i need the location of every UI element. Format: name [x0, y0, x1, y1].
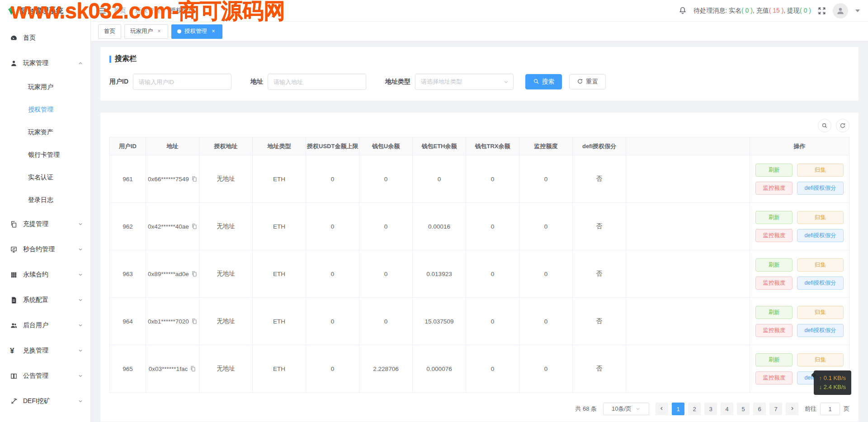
chevron-down-icon — [78, 373, 83, 379]
user-menu-caret-icon[interactable] — [855, 9, 860, 12]
action-button-归集[interactable]: 归集 — [797, 211, 843, 224]
sidebar-subitem-授权管理[interactable]: 授权管理 — [0, 98, 90, 121]
tab-首页[interactable]: 首页 — [98, 24, 121, 39]
action-button-defi授权假分[interactable]: defi授权假分 — [797, 277, 843, 290]
chevron-down-icon — [78, 272, 83, 277]
tab-授权管理[interactable]: 授权管理× — [171, 24, 222, 39]
breadcrumb-separator: / — [164, 7, 166, 14]
sidebar-item-公告管理[interactable]: 公告管理 — [0, 363, 90, 389]
book-icon — [10, 372, 18, 380]
reset-button[interactable]: 重置 — [569, 74, 606, 89]
tab-玩家用户[interactable]: 玩家用户× — [124, 24, 168, 39]
avatar[interactable] — [833, 3, 848, 19]
page-button-7[interactable]: 7 — [769, 403, 782, 415]
app-title: 后台管理系统 — [20, 6, 63, 16]
data-table: 用户ID地址授权地址地址类型授权USDT金额上限钱包U余额钱包ETH余额钱包TR… — [109, 137, 849, 393]
breadcrumb-item: 授权管理 — [170, 7, 195, 15]
breadcrumb-item[interactable]: 首页 — [113, 7, 126, 15]
action-button-defi授权假分[interactable]: defi授权假分 — [797, 229, 843, 242]
dashboard-icon — [10, 34, 18, 42]
sidebar-item-partial[interactable] — [0, 414, 90, 422]
address-type-select[interactable]: 请选择地址类型 — [415, 74, 514, 90]
row-actions: 刷新归集监控额度defi授权假分 — [752, 306, 847, 337]
breadcrumb-separator: / — [130, 7, 132, 14]
sidebar-subitem-label: 登录日志 — [28, 196, 53, 204]
chevron-down-icon — [78, 399, 83, 404]
copy-doc-icon[interactable] — [191, 318, 198, 324]
page-size-select[interactable]: 10条/页 — [603, 403, 649, 415]
prev-page-button[interactable] — [656, 403, 668, 415]
search-card: 搜索栏 用户ID地址地址类型请选择地址类型搜索重置 — [100, 47, 859, 101]
tab-close-icon[interactable]: × — [210, 28, 217, 35]
goto-page-input[interactable] — [820, 403, 840, 415]
sidebar-item-兑换管理[interactable]: ¥兑换管理 — [0, 338, 90, 363]
page-button-3[interactable]: 3 — [704, 403, 717, 415]
page-button-6[interactable]: 6 — [753, 403, 766, 415]
copy-doc-icon[interactable] — [190, 366, 196, 372]
sidebar-subitem-实名认证[interactable]: 实名认证 — [0, 166, 90, 189]
sidebar-subitem-登录日志[interactable]: 登录日志 — [0, 189, 90, 211]
cell-actions: 刷新归集监控额度defi授权假分 — [750, 298, 849, 345]
cell-filler — [626, 345, 750, 393]
bell-icon[interactable] — [678, 6, 687, 15]
sidebar-subitem-玩家用户[interactable]: 玩家用户 — [0, 76, 90, 98]
sidebar-subitem-玩家资产[interactable]: 玩家资产 — [0, 121, 90, 144]
topbar-right: 待处理消息: 实名( 0 ), 充值( 15 ), 提现( 0 ) — [678, 3, 860, 19]
page-button-4[interactable]: 4 — [721, 403, 733, 415]
sidebar-item-秒合约管理[interactable]: 秒合约管理 — [0, 237, 90, 262]
action-button-监控额度[interactable]: 监控额度 — [755, 371, 793, 384]
next-page-button[interactable] — [786, 403, 798, 415]
sidebar-item-后台用户[interactable]: 后台用户 — [0, 313, 90, 338]
cell-defi_auth: 否 — [573, 345, 626, 393]
sidebar-toggle-icon[interactable] — [98, 6, 107, 15]
fullscreen-icon[interactable] — [817, 6, 826, 15]
action-button-监控额度[interactable]: 监控额度 — [755, 182, 793, 195]
action-button-defi授权假分[interactable]: defi授权假分 — [797, 182, 843, 195]
cell-auth_address: 无地址 — [199, 203, 253, 250]
tab-close-icon[interactable]: × — [156, 28, 162, 35]
sidebar-subitem-银行卡管理[interactable]: 银行卡管理 — [0, 144, 90, 166]
sidebar-item-系统配置[interactable]: 系统配置 — [0, 287, 90, 313]
sidebar-item-永续合约[interactable]: 永续合约 — [0, 262, 90, 287]
page-button-1[interactable]: 1 — [672, 403, 684, 415]
cell-usdt_limit: 0 — [306, 203, 359, 250]
search-input-地址[interactable] — [268, 74, 366, 90]
breadcrumb-item[interactable]: 玩家管理 — [135, 7, 160, 15]
search-button-label: 搜索 — [542, 78, 554, 86]
cell-u_balance: 2.228706 — [359, 345, 413, 393]
refresh-table-button[interactable] — [836, 119, 849, 132]
action-button-刷新[interactable]: 刷新 — [755, 258, 793, 272]
copy-doc-icon[interactable] — [191, 223, 198, 230]
action-button-归集[interactable]: 归集 — [797, 258, 843, 272]
search-button[interactable]: 搜索 — [525, 74, 562, 89]
sidebar-item-玩家管理[interactable]: 玩家管理 — [0, 51, 90, 76]
copy-doc-icon[interactable] — [191, 176, 198, 182]
page-size-label: 10条/页 — [612, 405, 632, 413]
search-input-用户ID[interactable] — [133, 74, 231, 90]
action-button-归集[interactable]: 归集 — [797, 353, 843, 366]
sidebar-item-label: 首页 — [23, 34, 36, 42]
page-button-2[interactable]: 2 — [688, 403, 701, 415]
sidebar-item-DEFI挖矿[interactable]: DEFI挖矿 — [0, 389, 90, 414]
sidebar-item-首页[interactable]: 首页 — [0, 25, 90, 51]
row-actions: 刷新归集监控额度defi授权假分 — [752, 164, 847, 195]
message-name: 实名 — [729, 7, 741, 14]
sidebar-item-充提管理[interactable]: 充提管理 — [0, 211, 90, 237]
action-button-归集[interactable]: 归集 — [797, 164, 843, 177]
action-button-监控额度[interactable]: 监控额度 — [755, 229, 793, 242]
cell-defi_auth: 否 — [573, 250, 626, 298]
action-button-刷新[interactable]: 刷新 — [755, 353, 793, 366]
select-placeholder: 请选择地址类型 — [421, 78, 462, 86]
action-button-监控额度[interactable]: 监控额度 — [755, 324, 793, 337]
action-button-归集[interactable]: 归集 — [797, 306, 843, 319]
page-button-5[interactable]: 5 — [737, 403, 750, 415]
action-button-defi授权假分[interactable]: defi授权假分 — [797, 324, 843, 337]
copy-doc-icon[interactable] — [191, 271, 198, 277]
table-row: 9650x03******1fac无地址ETH02.2287060.000076… — [110, 345, 849, 393]
action-button-刷新[interactable]: 刷新 — [755, 306, 793, 319]
toggle-search-button[interactable] — [818, 119, 831, 132]
action-button-刷新[interactable]: 刷新 — [755, 211, 793, 224]
action-button-监控额度[interactable]: 监控额度 — [755, 277, 793, 290]
action-button-刷新[interactable]: 刷新 — [755, 164, 793, 177]
breadcrumb: 首页/玩家管理/授权管理 — [113, 7, 195, 15]
